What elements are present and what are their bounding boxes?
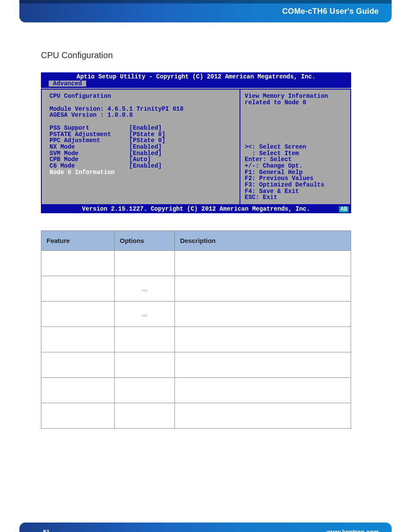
cell-description	[175, 352, 351, 377]
document-title: COMe-cTH6 User's Guide	[282, 7, 379, 16]
bios-nav-hint: F3: Optimized Defaults	[245, 181, 324, 188]
table-row: ...	[41, 276, 351, 301]
cell-description	[175, 276, 351, 301]
footer-url: www.kontron.com	[327, 529, 379, 532]
cell-options	[115, 327, 175, 352]
cell-feature	[41, 250, 115, 276]
bios-nav-hint: F1: General Help	[245, 169, 302, 176]
bios-nav-hint: Enter: Select	[245, 156, 292, 163]
cell-description	[175, 301, 351, 327]
bios-help-panel: View Memory Information related to Node …	[240, 89, 351, 205]
bios-nav-hint: : Select Item	[245, 150, 299, 157]
cell-options	[115, 250, 175, 276]
bios-nav-hint: ><: Select Screen	[245, 143, 306, 150]
bios-nav-hint: +/-: Change Opt.	[245, 162, 302, 169]
cell-options: ...	[115, 301, 175, 327]
bios-nav-hint: F2: Previous Values	[245, 175, 314, 182]
cell-options	[115, 352, 175, 377]
bios-screenshot: Aptio Setup Utility - Copyright (C) 2012…	[41, 72, 351, 213]
bios-setting: CPB Mode [Auto]	[50, 156, 151, 163]
table-row: ...	[41, 301, 351, 327]
table-header-description: Description	[175, 230, 351, 250]
cell-options	[115, 377, 175, 403]
bios-nav-hint: ESC: Exit	[245, 194, 277, 201]
bios-heading: CPU Configuration	[50, 93, 111, 100]
cell-options: ...	[115, 276, 175, 301]
bios-tab-advanced: Advanced	[49, 81, 86, 87]
table-row	[41, 352, 351, 377]
bios-setting: SVM Mode [Enabled]	[50, 150, 162, 157]
cell-description	[175, 250, 351, 276]
bios-setting: PSTATE Adjustment [PState 0]	[50, 131, 165, 138]
table-row	[41, 250, 351, 276]
bios-help-text: related to Node 0	[245, 99, 306, 106]
section-heading: CPU Configuration	[41, 50, 374, 60]
bios-setting: PPC Adjustment [PState 0]	[50, 137, 165, 144]
cell-feature	[41, 403, 115, 428]
cell-feature	[41, 352, 115, 377]
bios-agesa-version: AGESA Version : 1.0.0.8	[50, 112, 133, 118]
table-row	[41, 403, 351, 428]
cell-description	[175, 403, 351, 428]
cell-feature	[41, 301, 115, 327]
bios-module-version: Module Version: 4.6.5.1 TrinityPI 018	[50, 106, 184, 112]
cell-feature	[41, 276, 115, 301]
bios-corner-badge: AB	[339, 206, 349, 212]
feature-table: Feature Options Description ...	[41, 230, 351, 429]
cell-feature	[41, 327, 115, 352]
cell-description	[175, 327, 351, 352]
table-row	[41, 327, 351, 352]
bios-nav-hint: F4: Save & Exit	[245, 188, 299, 195]
table-header-options: Options	[115, 230, 175, 250]
bios-setting: NX Mode [Enabled]	[50, 143, 162, 150]
bios-help-text: View Memory Information	[245, 93, 328, 100]
bios-footer: Version 2.15.1227. Copyright (C) 2012 Am…	[41, 205, 351, 213]
bios-setting: PSS Support [Enabled]	[50, 124, 162, 131]
bios-main-panel: CPU Configuration Module Version: 4.6.5.…	[41, 89, 240, 205]
bios-selected-item: Node 0 Information	[50, 169, 115, 176]
document-footer: 51 www.kontron.com	[19, 523, 392, 532]
bios-titlebar: Aptio Setup Utility - Copyright (C) 2012…	[41, 72, 351, 81]
page-number: 51	[43, 529, 50, 532]
document-header: COMe-cTH6 User's Guide	[19, 0, 392, 22]
bios-tab-row: Advanced	[41, 81, 351, 88]
cell-description	[175, 377, 351, 403]
cell-feature	[41, 377, 115, 403]
cell-options	[115, 403, 175, 428]
table-header-feature: Feature	[41, 230, 115, 250]
bios-setting: C6 Mode [Enabled]	[50, 162, 162, 169]
table-row	[41, 377, 351, 403]
